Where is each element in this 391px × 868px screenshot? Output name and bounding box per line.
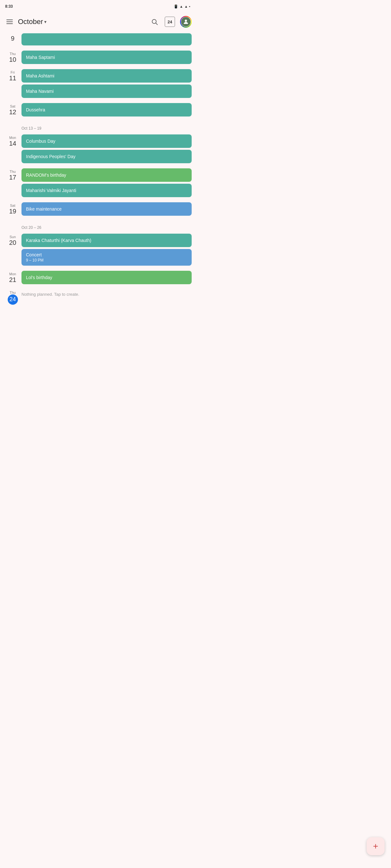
day-name-24: Thu — [9, 290, 16, 294]
day-events-14: Columbus Day Indigenous Peoples' Day — [22, 134, 192, 163]
event-chip-indigenous-peoples-day[interactable]: Indigenous Peoples' Day — [22, 150, 192, 163]
day-row-21: Mon 21 Lol's birthday — [4, 270, 192, 285]
battery-icon: ▪ — [189, 4, 190, 8]
status-icons: 📳 ▲ ▲ ▪ — [174, 4, 190, 9]
day-events-11: Maha Ashtami Maha Navami — [22, 69, 192, 98]
signal-icon: ▲ — [184, 4, 188, 8]
day-name-12: Sat — [10, 104, 16, 108]
calendar-content: 9 Thu 10 Maha Saptami Fri 11 Maha Ashtam… — [0, 32, 196, 334]
empty-day-text-24: Nothing planned. Tap to create. — [22, 292, 79, 297]
day-label-14: Mon 14 — [4, 134, 22, 147]
top-icons: 24 — [149, 16, 192, 28]
status-bar: 8:33 📳 ▲ ▲ ▪ — [0, 0, 196, 11]
event-chip-random-birthday[interactable]: RANDOM's birthday — [22, 168, 192, 182]
day-name-17: Thu — [9, 169, 16, 174]
week-separator-oct20: Oct 20 – 26 — [4, 220, 192, 232]
status-time: 8:33 — [5, 4, 13, 9]
day-num-10: 10 — [9, 56, 16, 63]
day-num-17: 17 — [9, 174, 16, 181]
day-events-24: Nothing planned. Tap to create. — [22, 289, 192, 299]
event-title-concert: Concert — [26, 252, 187, 257]
wifi-icon: ▲ — [179, 4, 183, 8]
day-label-9: 9 — [4, 33, 22, 42]
day-label-11: Fri 11 — [4, 69, 22, 82]
day-row-14: Mon 14 Columbus Day Indigenous Peoples' … — [4, 133, 192, 164]
day-num-21: 21 — [9, 276, 16, 284]
dropdown-arrow-icon: ▾ — [44, 19, 47, 24]
month-label: October — [18, 18, 43, 26]
day-label-21: Mon 21 — [4, 271, 22, 284]
day-events-9 — [22, 33, 192, 45]
event-title-lol-birthday: Lol's birthday — [26, 275, 187, 280]
event-chip-dussehra[interactable]: Dussehra — [22, 103, 192, 117]
svg-line-1 — [156, 23, 157, 25]
day-num-14: 14 — [9, 140, 16, 147]
day-row-12: Sat 12 Dussehra — [4, 102, 192, 118]
day-num-19: 19 — [9, 208, 16, 215]
month-title[interactable]: October ▾ — [18, 18, 147, 26]
day-name-21: Mon — [9, 272, 16, 276]
empty-day-24[interactable]: Nothing planned. Tap to create. — [22, 289, 192, 299]
event-title-indigenous-peoples-day: Indigenous Peoples' Day — [26, 154, 187, 159]
event-chip-bike-maintenance[interactable]: Bike maintenance — [22, 202, 192, 216]
event-title-maha-navami: Maha Navami — [26, 89, 187, 94]
avatar-inner — [181, 17, 191, 27]
menu-button[interactable] — [4, 16, 16, 28]
day-num-24: 24 — [8, 294, 18, 305]
day-num-9: 9 — [11, 35, 15, 42]
event-chip-concert[interactable]: Concert 9 – 10 PM — [22, 249, 192, 266]
day-name-10: Thu — [9, 52, 16, 56]
event-title-karaka-chaturthi: Karaka Chaturthi (Karva Chauth) — [26, 238, 187, 243]
day-row-20: Sun 20 Karaka Chaturthi (Karva Chauth) C… — [4, 232, 192, 267]
hamburger-icon — [6, 20, 13, 24]
event-chip-maha-navami[interactable]: Maha Navami — [22, 85, 192, 98]
day-label-12: Sat 12 — [4, 103, 22, 116]
event-title-maha-saptami: Maha Saptami — [26, 55, 187, 60]
day-row-9: 9 — [4, 32, 192, 47]
event-title-bike-maintenance: Bike maintenance — [26, 207, 187, 212]
event-title-columbus-day: Columbus Day — [26, 138, 187, 144]
day-label-24: Thu 24 — [4, 289, 22, 305]
today-date-badge[interactable]: 24 — [165, 17, 175, 27]
event-chip-9a[interactable] — [22, 33, 192, 45]
top-bar: October ▾ 24 — [0, 11, 196, 32]
event-chip-maha-saptami[interactable]: Maha Saptami — [22, 51, 192, 64]
svg-point-2 — [185, 20, 187, 22]
day-name-14: Mon — [9, 136, 16, 140]
day-num-12: 12 — [9, 108, 16, 116]
day-events-12: Dussehra — [22, 103, 192, 117]
day-label-19: Sat 19 — [4, 202, 22, 215]
day-events-19: Bike maintenance — [22, 202, 192, 216]
week-sep-label-1: Oct 13 – 19 — [22, 126, 41, 131]
day-row-19: Sat 19 Bike maintenance — [4, 201, 192, 217]
avatar[interactable] — [180, 16, 192, 28]
event-title-maharishi-valmiki: Maharishi Valmiki Jayanti — [26, 188, 187, 193]
day-events-10: Maha Saptami — [22, 51, 192, 64]
week-sep-label-2: Oct 20 – 26 — [22, 225, 41, 230]
event-chip-lol-birthday[interactable]: Lol's birthday — [22, 271, 192, 284]
event-chip-columbus-day[interactable]: Columbus Day — [22, 134, 192, 148]
day-row-10: Thu 10 Maha Saptami — [4, 49, 192, 65]
event-chip-maharishi-valmiki[interactable]: Maharishi Valmiki Jayanti — [22, 184, 192, 197]
day-row-17: Thu 17 RANDOM's birthday Maharishi Valmi… — [4, 167, 192, 198]
day-num-11: 11 — [9, 74, 16, 82]
day-events-17: RANDOM's birthday Maharishi Valmiki Jaya… — [22, 168, 192, 197]
day-row-11: Fri 11 Maha Ashtami Maha Navami — [4, 68, 192, 99]
day-label-10: Thu 10 — [4, 51, 22, 63]
day-label-20: Sun 20 — [4, 234, 22, 246]
day-num-20: 20 — [9, 239, 16, 246]
day-name-11: Fri — [10, 70, 15, 74]
week-separator-oct13: Oct 13 – 19 — [4, 120, 192, 133]
day-name-20: Sun — [9, 235, 16, 239]
day-label-17: Thu 17 — [4, 168, 22, 181]
day-events-20: Karaka Chaturthi (Karva Chauth) Concert … — [22, 234, 192, 266]
event-title-dussehra: Dussehra — [26, 107, 187, 112]
event-chip-maha-ashtami[interactable]: Maha Ashtami — [22, 69, 192, 83]
day-name-19: Sat — [10, 204, 16, 208]
vibrate-icon: 📳 — [174, 4, 178, 9]
search-button[interactable] — [149, 17, 160, 27]
event-title-random-birthday: RANDOM's birthday — [26, 173, 187, 178]
day-events-21: Lol's birthday — [22, 271, 192, 284]
event-title-maha-ashtami: Maha Ashtami — [26, 73, 187, 79]
event-chip-karaka-chaturthi[interactable]: Karaka Chaturthi (Karva Chauth) — [22, 234, 192, 247]
